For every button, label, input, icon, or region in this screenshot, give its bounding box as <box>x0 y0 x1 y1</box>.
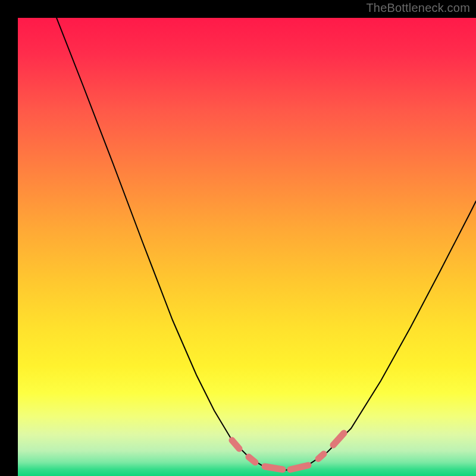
bottleneck-curve <box>57 18 476 470</box>
dash-segment <box>265 466 283 469</box>
watermark-text: TheBottleneck.com <box>366 1 470 15</box>
dash-segment <box>318 454 324 459</box>
curve-layer <box>18 18 476 476</box>
chart-outer-frame <box>9 9 467 467</box>
dash-segment <box>333 433 344 445</box>
dash-segment <box>232 440 239 449</box>
plot-area <box>18 18 476 476</box>
dash-segment <box>249 457 255 462</box>
curve-highlight-dashes <box>232 433 344 469</box>
dash-segment <box>290 465 308 469</box>
